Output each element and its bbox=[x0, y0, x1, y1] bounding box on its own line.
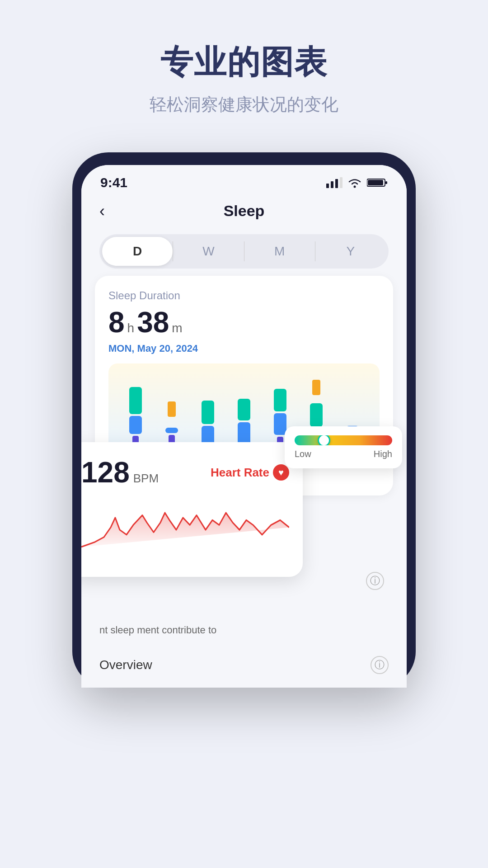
sleep-minutes-unit: m bbox=[172, 321, 182, 335]
nav-bar: ‹ Sleep bbox=[81, 195, 407, 227]
rem-bar-4 bbox=[238, 399, 250, 420]
rem-bar-6 bbox=[310, 403, 323, 427]
phone-screen: 9:41 bbox=[81, 165, 407, 688]
gauge-high-label: High bbox=[374, 449, 392, 459]
sleep-col-1 bbox=[129, 373, 142, 445]
svg-rect-0 bbox=[326, 184, 329, 188]
gauge-thumb bbox=[318, 435, 330, 445]
sleep-col-2 bbox=[165, 373, 178, 445]
light-bar bbox=[129, 416, 142, 434]
sleep-col-3 bbox=[202, 373, 214, 445]
svg-point-4 bbox=[354, 186, 356, 188]
status-time: 9:41 bbox=[100, 175, 127, 190]
bottom-text: nt sleep ment contribute to bbox=[81, 613, 407, 647]
overview-label: Overview bbox=[99, 658, 152, 672]
svg-rect-6 bbox=[385, 181, 387, 184]
hr-header: 128 BPM Heart Rate ♥ bbox=[81, 456, 289, 489]
light-bar-2 bbox=[165, 428, 178, 433]
hr-number: 128 bbox=[81, 456, 130, 489]
tab-y[interactable]: Y bbox=[315, 237, 386, 266]
tab-w[interactable]: W bbox=[173, 237, 244, 266]
light-bar-4 bbox=[238, 422, 250, 445]
signal-icon bbox=[326, 177, 343, 188]
rem-bar-3 bbox=[202, 401, 214, 424]
tab-bar: D W M Y bbox=[99, 234, 389, 269]
page-subtitle: 轻松洞察健康状况的变化 bbox=[150, 93, 338, 116]
nav-title: Sleep bbox=[224, 202, 265, 220]
status-icons bbox=[326, 177, 388, 188]
sleep-label: Sleep Duration bbox=[108, 289, 380, 302]
hr-unit: BPM bbox=[133, 472, 159, 486]
hr-label: Heart Rate ♥ bbox=[211, 464, 289, 481]
sleep-hours-unit: h bbox=[127, 321, 135, 335]
back-button[interactable]: ‹ bbox=[99, 202, 105, 221]
sleep-card: Sleep Duration 8 h 38 m MON, May 20, 202… bbox=[95, 276, 393, 495]
sleep-col-4 bbox=[238, 373, 250, 445]
awake-bar-6 bbox=[312, 380, 320, 395]
light-bar-5 bbox=[274, 413, 286, 435]
sleep-minutes: 38 bbox=[137, 306, 169, 339]
page-title: 专业的图表 bbox=[150, 41, 338, 84]
rem-bar-5 bbox=[274, 389, 286, 411]
info-icon-1[interactable]: ⓘ bbox=[366, 572, 384, 590]
hr-value: 128 BPM bbox=[81, 456, 159, 489]
gauge-low-label: Low bbox=[295, 449, 311, 459]
tab-d[interactable]: D bbox=[102, 237, 173, 266]
svg-rect-7 bbox=[368, 180, 383, 185]
heart-icon: ♥ bbox=[273, 464, 289, 481]
sleep-date: MON, May 20, 2024 bbox=[108, 343, 380, 354]
gauge-labels: Low High bbox=[295, 449, 392, 459]
gauge-bar bbox=[295, 435, 392, 445]
info-icon-2[interactable]: ⓘ bbox=[371, 656, 389, 674]
sleep-duration: 8 h 38 m bbox=[108, 306, 380, 339]
rem-bar bbox=[129, 387, 142, 414]
overview-row: Overview ⓘ bbox=[81, 647, 407, 688]
wifi-icon bbox=[347, 177, 362, 188]
phone-mockup: 9:41 bbox=[72, 152, 416, 688]
svg-rect-1 bbox=[331, 181, 333, 188]
phone-frame: 9:41 bbox=[72, 152, 416, 688]
page-header: 专业的图表 轻松洞察健康状况的变化 bbox=[150, 41, 338, 116]
awake-bar bbox=[168, 401, 176, 417]
hr-chart bbox=[81, 498, 289, 561]
svg-rect-2 bbox=[335, 179, 338, 188]
tab-m[interactable]: M bbox=[244, 237, 315, 266]
heart-rate-card: 128 BPM Heart Rate ♥ bbox=[81, 442, 303, 577]
battery-icon bbox=[367, 177, 388, 188]
status-bar: 9:41 bbox=[81, 165, 407, 195]
gauge-tooltip: Low High bbox=[285, 426, 402, 468]
sleep-hours: 8 bbox=[108, 306, 125, 339]
svg-rect-3 bbox=[340, 177, 343, 188]
